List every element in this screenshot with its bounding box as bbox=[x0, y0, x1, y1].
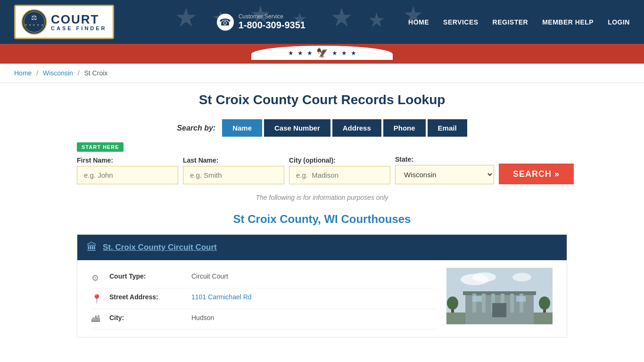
courthouses-title: St Croix County, WI Courthouses bbox=[77, 213, 567, 226]
star-left-2: ★ bbox=[297, 49, 303, 57]
tab-address[interactable]: Address bbox=[332, 119, 381, 137]
logo-emblem: ⚖ ★ ★ ★ ★ ★ bbox=[21, 9, 47, 35]
page-title: St Croix County Court Records Lookup bbox=[77, 92, 567, 107]
svg-point-21 bbox=[447, 296, 458, 310]
address-label: Street Address: bbox=[109, 293, 185, 301]
svg-rect-12 bbox=[482, 294, 486, 313]
city-row-value: Hudson bbox=[191, 314, 214, 321]
logo-court-text: COURT bbox=[51, 13, 107, 25]
court-image bbox=[446, 268, 553, 324]
star-left-1: ★ bbox=[288, 49, 294, 57]
breadcrumb-home[interactable]: Home bbox=[14, 69, 32, 77]
tab-name[interactable]: Name bbox=[222, 119, 262, 137]
star-right-3: ★ bbox=[351, 49, 356, 57]
court-name-link[interactable]: St. Croix County Circuit Court bbox=[103, 243, 217, 252]
court-card: 🏛 St. Croix County Circuit Court ⚙ Court… bbox=[77, 234, 567, 337]
svg-point-23 bbox=[539, 296, 550, 310]
main-nav: HOME SERVICES REGISTER MEMBER HELP LOGIN bbox=[408, 18, 630, 26]
city-row-label: City: bbox=[109, 314, 185, 321]
courthouse-icon: 🏛 bbox=[87, 241, 97, 254]
court-detail-with-image: ⚙ Court Type: Circuit Court 📍 Street Add… bbox=[91, 268, 553, 329]
first-name-input[interactable] bbox=[77, 166, 178, 184]
court-address-row: 📍 Street Address: 1101 Carmichael Rd bbox=[91, 288, 437, 309]
search-by-row: Search by: Name Case Number Address Phon… bbox=[77, 119, 567, 137]
customer-service-label: Customer Service bbox=[239, 13, 305, 20]
svg-rect-17 bbox=[492, 303, 506, 317]
main-content: St Croix County Court Records Lookup Sea… bbox=[63, 83, 581, 347]
nav-login[interactable]: LOGIN bbox=[608, 18, 630, 26]
court-type-icon: ⚙ bbox=[91, 273, 103, 283]
breadcrumb: Home / Wisconsin / St Croix bbox=[0, 64, 644, 83]
first-name-group: First Name: bbox=[77, 156, 178, 184]
court-card-body: ⚙ Court Type: Circuit Court 📍 Street Add… bbox=[77, 260, 567, 337]
breadcrumb-sep-1: / bbox=[36, 69, 38, 77]
search-section: Search by: Name Case Number Address Phon… bbox=[77, 119, 567, 184]
court-type-row: ⚙ Court Type: Circuit Court bbox=[91, 268, 437, 288]
last-name-label: Last Name: bbox=[183, 156, 284, 164]
last-name-input[interactable] bbox=[183, 166, 284, 184]
tab-phone[interactable]: Phone bbox=[383, 119, 426, 137]
court-type-value: Circuit Court bbox=[191, 272, 228, 280]
customer-service: ☎ Customer Service 1-800-309-9351 bbox=[217, 13, 305, 31]
phone-icon: ☎ bbox=[217, 14, 234, 31]
svg-rect-15 bbox=[510, 294, 514, 313]
nav-services[interactable]: SERVICES bbox=[443, 18, 479, 26]
court-card-header: 🏛 St. Croix County Circuit Court bbox=[77, 235, 567, 260]
star-left-3: ★ bbox=[307, 49, 313, 57]
svg-point-6 bbox=[472, 272, 496, 282]
logo[interactable]: ⚖ ★ ★ ★ ★ ★ COURT CASE FINDER bbox=[14, 5, 114, 39]
breadcrumb-sep-2: / bbox=[78, 69, 80, 77]
city-group: City (optional): bbox=[289, 156, 390, 184]
nav-home[interactable]: HOME bbox=[408, 18, 429, 26]
breadcrumb-state[interactable]: Wisconsin bbox=[43, 69, 73, 77]
star-right-2: ★ bbox=[341, 49, 347, 57]
svg-point-7 bbox=[512, 273, 531, 281]
svg-rect-19 bbox=[516, 296, 526, 302]
star-right-1: ★ bbox=[332, 49, 338, 57]
start-here-badge: START HERE bbox=[77, 142, 567, 156]
red-stripe bbox=[0, 60, 644, 64]
first-name-label: First Name: bbox=[77, 156, 178, 164]
city-label: City (optional): bbox=[289, 156, 390, 164]
court-details-left: ⚙ Court Type: Circuit Court 📍 Street Add… bbox=[91, 268, 437, 329]
last-name-group: Last Name: bbox=[183, 156, 284, 184]
state-group: State: WisconsinAlabamaAlaskaArizona bbox=[395, 156, 494, 184]
phone-number: 1-800-309-9351 bbox=[239, 20, 305, 31]
location-icon: 📍 bbox=[91, 294, 103, 304]
state-select[interactable]: WisconsinAlabamaAlaskaArizona bbox=[395, 165, 494, 184]
state-label: State: bbox=[395, 156, 494, 163]
eagle-icon: 🦅 bbox=[316, 47, 328, 58]
breadcrumb-county: St Croix bbox=[84, 69, 108, 77]
nav-member-help[interactable]: MEMBER HELP bbox=[542, 18, 594, 26]
svg-text:⚖: ⚖ bbox=[31, 14, 37, 21]
info-note: The following is for information purpose… bbox=[77, 194, 567, 201]
search-by-label: Search by: bbox=[177, 124, 215, 132]
city-input[interactable] bbox=[289, 166, 390, 184]
eagle-banner: ★ ★ ★ 🦅 ★ ★ ★ bbox=[0, 44, 644, 60]
tab-email[interactable]: Email bbox=[428, 119, 467, 137]
court-city-row: 🏙 City: Hudson bbox=[91, 309, 437, 329]
search-button[interactable]: SEARCH » bbox=[499, 164, 574, 184]
svg-rect-18 bbox=[472, 296, 482, 302]
tab-case-number[interactable]: Case Number bbox=[264, 119, 330, 137]
svg-text:★ ★ ★ ★ ★: ★ ★ ★ ★ ★ bbox=[25, 24, 44, 26]
search-form: First Name: Last Name: City (optional): … bbox=[77, 156, 567, 184]
address-value: 1101 Carmichael Rd bbox=[191, 293, 252, 301]
court-type-label: Court Type: bbox=[109, 272, 185, 280]
logo-text: COURT CASE FINDER bbox=[51, 13, 107, 31]
city-icon: 🏙 bbox=[91, 314, 103, 324]
logo-case-finder-text: CASE FINDER bbox=[51, 25, 107, 31]
nav-register[interactable]: REGISTER bbox=[493, 18, 528, 26]
